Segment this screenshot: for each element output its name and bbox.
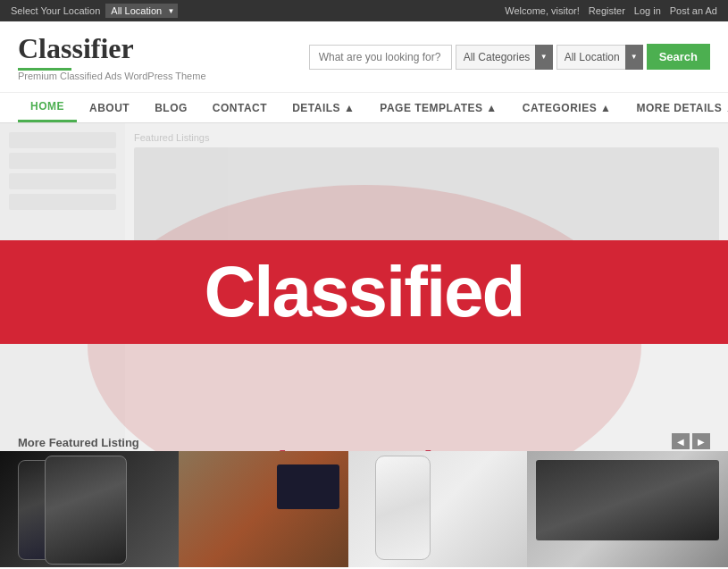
bg-sidebar-item-4 xyxy=(9,194,116,210)
logo-text: Classifier xyxy=(18,32,206,65)
search-button[interactable]: Search xyxy=(647,44,710,70)
select-location-label: Select Your Location xyxy=(11,5,100,16)
top-bar-right: Welcome, visitor! Register Log in Post a… xyxy=(505,5,717,16)
next-arrow[interactable]: ▶ xyxy=(692,433,710,449)
search-bar: All Categories ▼ All Location ▼ Search xyxy=(309,44,710,70)
login-link[interactable]: Log in xyxy=(634,5,661,16)
nav: HOME ABOUT BLOG CONTACT DETAILS ▲ PAGE T… xyxy=(0,93,728,123)
nav-item-more-details[interactable]: MORE DETAILS ▲ xyxy=(623,95,728,121)
logo-area: Classifier Premium Classified Ads WordPr… xyxy=(18,32,206,81)
bg-sidebar-item-3 xyxy=(9,173,116,189)
location-select[interactable]: All Location xyxy=(105,4,178,18)
logo-tagline: Premium Classified Ads WordPress Theme xyxy=(18,71,206,81)
categories-select-wrapper[interactable]: All Categories ▼ xyxy=(456,45,553,70)
register-link[interactable]: Register xyxy=(589,5,625,16)
nav-item-details[interactable]: DETAILS ▲ xyxy=(280,95,367,121)
phone-image xyxy=(0,451,179,567)
nav-item-categories[interactable]: CATEGORIES ▲ xyxy=(510,95,624,121)
desk-image xyxy=(179,451,348,567)
bottom-image-strip xyxy=(0,451,728,567)
categories-select[interactable]: All Categories xyxy=(456,45,553,70)
nav-item-contact[interactable]: CONTACT xyxy=(200,95,280,121)
bg-featured-label: Featured Listings xyxy=(134,132,719,143)
header: Classifier Premium Classified Ads WordPr… xyxy=(0,21,728,93)
laptop-image xyxy=(527,451,728,567)
main-content: Featured Listings Classified WordPress T… xyxy=(0,123,728,567)
location-select-wrapper[interactable]: All Location xyxy=(105,4,178,18)
nav-item-blog[interactable]: BLOG xyxy=(142,95,200,121)
classified-text: Classified xyxy=(0,256,728,328)
nav-item-about[interactable]: ABOUT xyxy=(77,95,142,121)
bg-sidebar-item-1 xyxy=(9,132,116,148)
location-header-select[interactable]: All Location xyxy=(556,45,643,70)
nav-item-page-templates[interactable]: PAGE TEMPLATES ▲ xyxy=(367,95,509,121)
ipod-image xyxy=(348,451,527,567)
nav-item-home[interactable]: HOME xyxy=(18,93,77,122)
top-bar-left: Select Your Location All Location xyxy=(11,4,178,18)
welcome-text: Welcome, visitor! xyxy=(505,5,580,16)
more-featured-arrows: ◀ ▶ xyxy=(672,433,710,449)
classified-banner: Classified xyxy=(0,240,728,344)
bg-sidebar-item-2 xyxy=(9,153,116,169)
post-ad-link[interactable]: Post an Ad xyxy=(670,5,717,16)
location-header-select-wrapper[interactable]: All Location ▼ xyxy=(556,45,643,70)
top-bar: Select Your Location All Location Welcom… xyxy=(0,0,728,21)
search-input[interactable] xyxy=(309,45,452,70)
more-featured-label: More Featured Listing xyxy=(18,436,139,449)
prev-arrow[interactable]: ◀ xyxy=(672,433,690,449)
